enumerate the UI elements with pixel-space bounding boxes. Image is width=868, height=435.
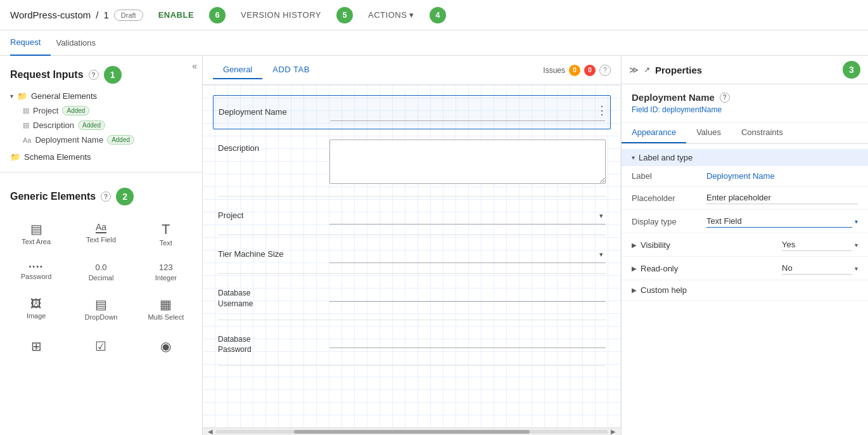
form-field-project[interactable]: Project ▾ — [218, 197, 606, 235]
scroll-right-icon[interactable]: ▶ — [608, 428, 618, 435]
prop-tab-appearance[interactable]: Appearance — [622, 122, 686, 143]
form-area: Deployment Name ⋮ Description Project — [203, 85, 621, 376]
prop-display-type-select[interactable]: Text Field — [706, 215, 852, 228]
deployment-added-badge: Added — [107, 135, 134, 145]
right-panel-header: ≫ ↗ Properties 3 — [622, 56, 868, 84]
issues-label: Issues — [543, 66, 565, 75]
issues-bar: Issues 0 0 ? — [543, 65, 611, 76]
prop-visibility-row[interactable]: ▶ Visibility Yes No ▾ — [622, 233, 868, 257]
project-select[interactable] — [329, 207, 606, 224]
generic-password[interactable]: •••• Password — [5, 256, 67, 289]
project-icon: ▤ — [23, 107, 29, 115]
request-inputs-section: Request Inputs ? 1 — [0, 56, 202, 89]
tab-validations[interactable]: Validations — [56, 30, 106, 56]
project-control: ▾ — [329, 207, 606, 224]
generic-elements-section: Generic Elements ? 2 — [0, 178, 202, 211]
database-username-input[interactable] — [329, 284, 606, 302]
collapse-icon[interactable]: « — [192, 61, 197, 71]
prop-custom-help-row[interactable]: ▶ Custom help — [622, 280, 868, 301]
prop-tab-constraints[interactable]: Constraints — [731, 122, 793, 143]
tab-request[interactable]: Request — [10, 30, 51, 56]
circle-6[interactable]: 6 — [209, 7, 226, 23]
circle-4[interactable]: 4 — [430, 7, 446, 23]
label-type-chevron: ▾ — [632, 154, 635, 161]
prop-row-placeholder: Placeholder — [622, 186, 868, 210]
enable-button[interactable]: ENABLE — [158, 10, 194, 20]
title-version: 1 — [103, 10, 108, 20]
form-field-deployment-name[interactable]: Deployment Name ⋮ — [213, 95, 611, 129]
issue-dot-red: 0 — [584, 65, 596, 76]
draft-badge[interactable]: Draft — [114, 10, 143, 21]
form-field-tier-machine-size[interactable]: Tier Machine Size ▾ — [218, 235, 606, 274]
generic-grid-layout[interactable]: ⊞ — [5, 333, 67, 362]
prop-readonly-row[interactable]: ▶ Read-only No Yes ▾ — [622, 257, 868, 280]
tree-item-deployment-name[interactable]: Aa Deployment Name Added — [5, 133, 197, 147]
center-content: Deployment Name ⋮ Description Project — [203, 85, 621, 427]
center-scrollbar: ◀ ▶ — [203, 427, 621, 435]
tier-machine-size-select[interactable] — [329, 245, 606, 263]
form-field-database-password[interactable]: DatabasePassword — [218, 320, 606, 367]
panel-expand-icon[interactable]: ≫ — [629, 65, 639, 75]
scrollbar-track[interactable] — [215, 430, 608, 434]
database-password-input[interactable] — [329, 330, 606, 348]
prop-row-display-type: Display type Text Field ▾ — [622, 210, 868, 233]
generic-text-area[interactable]: ▤ Text Area — [5, 216, 67, 254]
database-password-label: DatabasePassword — [218, 330, 319, 356]
issues-help-icon[interactable]: ? — [599, 65, 611, 76]
visibility-label: Visibility — [641, 240, 670, 250]
scroll-left-icon[interactable]: ◀ — [205, 428, 215, 435]
display-type-arrow: ▾ — [855, 218, 858, 225]
form-field-database-username[interactable]: DatabaseUsername — [218, 274, 606, 320]
deployment-name-input[interactable] — [330, 103, 605, 121]
request-inputs-help[interactable]: ? — [89, 70, 99, 80]
tree-item-project[interactable]: ▤ Project Added — [5, 103, 197, 118]
project-label: Project — [218, 207, 319, 220]
visibility-select[interactable]: Yes No — [782, 238, 852, 251]
center-tab-add[interactable]: ADD TAB — [262, 61, 320, 79]
generic-text-field[interactable]: Aa Text Field — [70, 216, 132, 254]
version-history-button[interactable]: VERSION HISTORY — [241, 10, 321, 20]
tier-machine-size-label: Tier Machine Size — [218, 245, 319, 259]
prop-help-icon[interactable]: ? — [720, 93, 730, 103]
label-and-type-group[interactable]: ▾ Label and type — [622, 149, 868, 166]
readonly-control: No Yes ▾ — [782, 262, 858, 275]
text-field-icon: Aa — [96, 223, 106, 233]
generic-radio[interactable]: ◉ — [135, 333, 197, 362]
prop-field-name: Deployment Name — [632, 92, 715, 103]
prop-placeholder-input[interactable] — [706, 192, 858, 204]
generic-elements-grid: ▤ Text Area Aa Text Field T Text •••• Pa… — [0, 211, 202, 435]
prop-section-title: Deployment Name ? Field ID: deploymentNa… — [622, 84, 868, 122]
prop-placeholder-key: Placeholder — [632, 193, 701, 203]
title-separator: / — [96, 10, 98, 20]
deployment-name-control — [330, 103, 605, 121]
prop-tab-values[interactable]: Values — [686, 122, 731, 143]
generic-text[interactable]: T Text — [135, 216, 197, 254]
panel-external-icon[interactable]: ↗ — [644, 65, 650, 74]
generic-checkbox[interactable]: ☑ — [70, 333, 132, 362]
left-panel: « Request Inputs ? 1 ▾ 📁 General Element… — [0, 56, 203, 435]
form-field-description[interactable]: Description — [218, 129, 606, 197]
general-elements-label[interactable]: ▾ 📁 General Elements — [5, 89, 197, 103]
description-label: Description — [218, 140, 319, 153]
description-textarea[interactable] — [329, 140, 606, 184]
actions-button[interactable]: ACTIONS — [368, 10, 414, 20]
database-username-label: DatabaseUsername — [218, 284, 319, 309]
readonly-select[interactable]: No Yes — [782, 262, 852, 275]
generic-dropdown[interactable]: ▤ DropDown — [70, 291, 132, 328]
generic-multi-select[interactable]: ▦ Multi Select — [135, 291, 197, 328]
generic-image[interactable]: 🖼 Image — [5, 291, 67, 328]
general-elements-group: ▾ 📁 General Elements ▤ Project Added ▤ D… — [5, 89, 197, 147]
generic-decimal[interactable]: 0.0 Decimal — [70, 256, 132, 289]
database-username-control — [329, 284, 606, 302]
tree-item-description[interactable]: ▤ Description Added — [5, 118, 197, 133]
circle-5[interactable]: 5 — [336, 7, 353, 23]
dropdown-icon: ▤ — [95, 298, 107, 311]
schema-elements-label[interactable]: 📁 Schema Elements — [5, 150, 197, 164]
request-inputs-label: Request Inputs — [10, 69, 84, 81]
generic-integer[interactable]: 123 Integer — [135, 256, 197, 289]
generic-grid: ▤ Text Area Aa Text Field T Text •••• Pa… — [5, 216, 197, 328]
visibility-control: Yes No ▾ — [782, 238, 858, 251]
center-tab-general[interactable]: General — [213, 61, 262, 79]
generic-elements-help[interactable]: ? — [101, 192, 111, 202]
field-more-icon[interactable]: ⋮ — [596, 103, 608, 117]
